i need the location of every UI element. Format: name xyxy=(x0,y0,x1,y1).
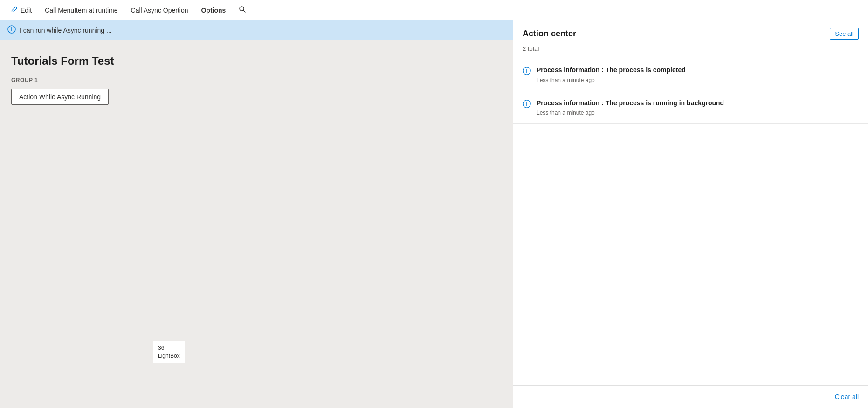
group-label: GROUP 1 xyxy=(11,77,502,83)
left-panel: i I can run while Async running ... Tuto… xyxy=(0,20,513,408)
lightbox-line1: 36 xyxy=(158,344,180,352)
see-all-button[interactable]: See all xyxy=(830,28,859,40)
notification-time-2: Less than a minute ago xyxy=(537,109,724,116)
notification-title-2: Process information : The process is run… xyxy=(537,99,724,108)
notification-title-1: Process information : The process is com… xyxy=(537,66,686,75)
info-banner-text: I can run while Async running ... xyxy=(20,27,112,34)
svg-text:i: i xyxy=(11,27,12,32)
search-icon xyxy=(239,6,246,14)
notification-item-2[interactable]: i Process information : The process is r… xyxy=(513,91,868,124)
svg-line-1 xyxy=(243,10,245,12)
action-center-total: 2 total xyxy=(513,43,868,58)
notification-info-icon-2: i xyxy=(523,100,531,109)
main-layout: i I can run while Async running ... Tuto… xyxy=(0,20,868,408)
search-button[interactable] xyxy=(235,3,250,18)
notifications-list: i Process information : The process is c… xyxy=(513,58,868,385)
menu-edit[interactable]: Edit xyxy=(6,2,37,18)
notification-content-2: Process information : The process is run… xyxy=(537,99,724,116)
menu-call-async[interactable]: Call Async Opertion xyxy=(125,3,194,18)
menu-call-menuitem[interactable]: Call MenuItem at runtime xyxy=(39,3,123,18)
notification-content-1: Process information : The process is com… xyxy=(537,66,686,83)
clear-all-section: Clear all xyxy=(513,385,868,408)
action-center-title: Action center xyxy=(523,29,576,39)
menu-options[interactable]: Options xyxy=(195,3,231,18)
notification-time-1: Less than a minute ago xyxy=(537,77,686,83)
svg-text:i: i xyxy=(526,68,528,74)
action-center-header: Action center See all xyxy=(513,20,868,43)
form-title: Tutorials Form Test xyxy=(11,54,502,68)
clear-all-button[interactable]: Clear all xyxy=(835,391,859,402)
notification-info-icon-1: i xyxy=(523,67,531,76)
menu-bar: Edit Call MenuItem at runtime Call Async… xyxy=(0,0,868,20)
lightbox-line2: LightBox xyxy=(158,352,180,360)
notification-item-1[interactable]: i Process information : The process is c… xyxy=(513,58,868,91)
svg-text:i: i xyxy=(526,101,528,107)
form-area: Tutorials Form Test GROUP 1 Action While… xyxy=(0,40,513,408)
action-while-async-button[interactable]: Action While Async Running xyxy=(11,89,109,105)
edit-icon xyxy=(11,6,18,14)
info-banner: i I can run while Async running ... xyxy=(0,20,513,40)
action-center-panel: Action center See all 2 total i Process … xyxy=(513,20,868,408)
lightbox-overlay: 36 LightBox xyxy=(153,341,185,363)
info-icon: i xyxy=(7,25,16,35)
